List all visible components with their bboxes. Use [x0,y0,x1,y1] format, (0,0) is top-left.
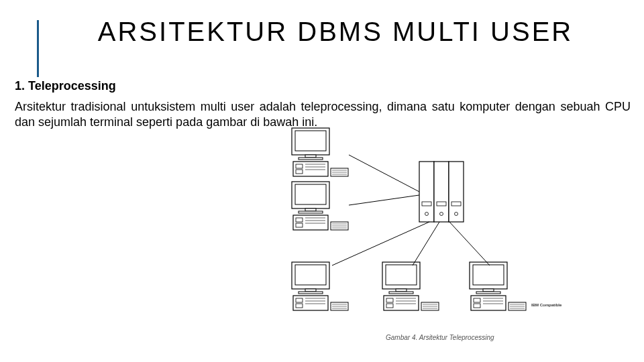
section-heading: 1. Teleprocessing [15,79,116,93]
page-title: ARSITEKTUR DBMS MULTI USER [67,17,604,46]
svg-line-26 [413,222,439,265]
title-rule [37,20,39,77]
teleprocessing-diagram [248,125,567,333]
svg-line-23 [349,155,419,192]
diagram-micro-label: IBM Compatible [531,303,561,307]
figure-caption: Gambar 4. Arsitektur Teleprocessing [386,334,494,341]
svg-line-27 [449,222,490,265]
svg-line-24 [349,195,419,205]
